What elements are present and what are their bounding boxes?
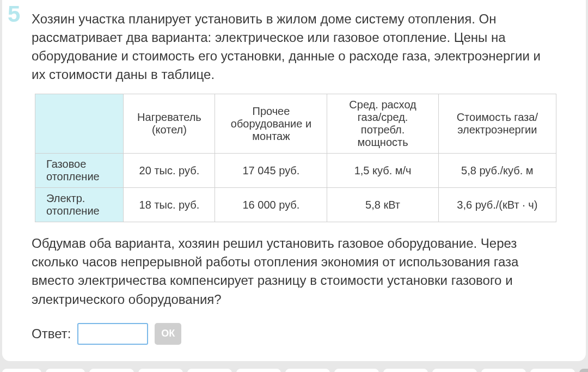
table-corner: [35, 94, 124, 154]
key[interactable]: [2, 369, 41, 372]
row-label-gas: Газовое отопление: [35, 154, 124, 188]
key[interactable]: [138, 369, 183, 372]
cell: 16 000 руб.: [215, 188, 327, 222]
key[interactable]: [46, 369, 85, 372]
key[interactable]: [481, 369, 526, 372]
cell: 3,6 руб./(кВт · ч): [438, 188, 556, 222]
col-header-heater: Нагреватель (котел): [124, 94, 215, 154]
key-backspace[interactable]: [579, 369, 588, 372]
key[interactable]: [432, 369, 477, 372]
question-card: 5 Хозяин участка планирует установить в …: [2, 0, 586, 361]
answer-label: Ответ:: [32, 326, 71, 341]
question-text: Обдумав оба варианта, хозяин решил устан…: [32, 234, 556, 308]
key[interactable]: [236, 369, 281, 372]
answer-input[interactable]: [77, 323, 148, 345]
row-label-electric: Электр. отопление: [35, 188, 124, 222]
question-number: 5: [8, 1, 20, 27]
col-header-other: Прочее оборудование и монтаж: [215, 94, 327, 154]
cell: 20 тыс. руб.: [124, 154, 215, 188]
cell: 18 тыс. руб.: [124, 188, 215, 222]
prompt-text: Хозяин участка планирует установить в жи…: [32, 10, 556, 84]
cell: 17 045 руб.: [215, 154, 327, 188]
table-row: Газовое отопление 20 тыс. руб. 17 045 ру…: [35, 154, 556, 188]
key[interactable]: [530, 369, 575, 372]
cell: 1,5 куб. м/ч: [327, 154, 438, 188]
key[interactable]: [383, 369, 428, 372]
table-row: Электр. отопление 18 тыс. руб. 16 000 ру…: [35, 188, 556, 222]
ok-button[interactable]: ОК: [155, 323, 181, 345]
cell: 5,8 руб./куб. м: [438, 154, 556, 188]
col-header-consumption: Сред. расход газа/сред. потребл. мощност…: [327, 94, 438, 154]
cell: 5,8 кВт: [327, 188, 438, 222]
key[interactable]: [89, 369, 134, 372]
key[interactable]: [187, 369, 232, 372]
virtual-keyboard: [0, 369, 588, 372]
key[interactable]: [285, 369, 330, 372]
key[interactable]: [334, 369, 379, 372]
data-table: Нагреватель (котел) Прочее оборудование …: [35, 94, 556, 222]
col-header-cost: Стоимость газа/электроэнергии: [438, 94, 556, 154]
answer-row: Ответ: ОК: [32, 323, 556, 345]
